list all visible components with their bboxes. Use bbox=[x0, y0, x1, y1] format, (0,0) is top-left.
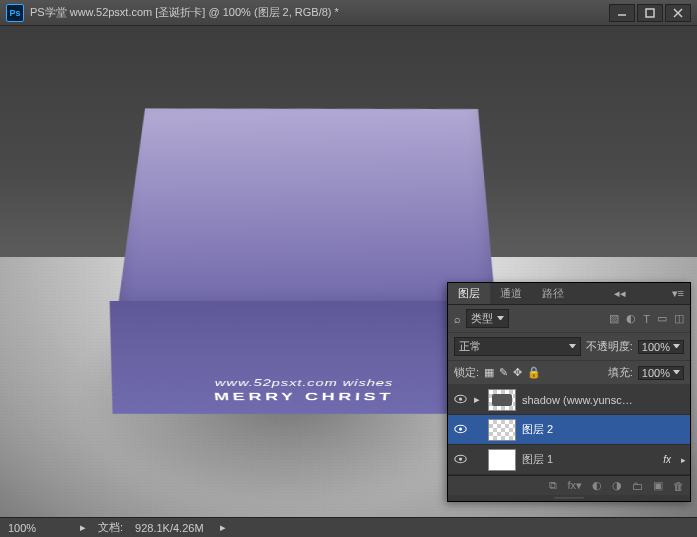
app-window: Ps PS学堂 www.52psxt.com [圣诞折卡] @ 100% (图层… bbox=[0, 0, 697, 537]
blend-mode-label: 正常 bbox=[459, 339, 481, 354]
tab-paths[interactable]: 路径 bbox=[532, 283, 574, 304]
zoom-level[interactable]: 100% bbox=[8, 522, 68, 534]
layer-thumbnail[interactable] bbox=[488, 419, 516, 441]
fill-value: 100% bbox=[642, 367, 670, 379]
lock-label: 锁定: bbox=[454, 365, 479, 380]
lock-move-icon[interactable]: ✥ bbox=[513, 366, 522, 379]
blend-mode-select[interactable]: 正常 bbox=[454, 337, 581, 356]
mask-icon[interactable]: ◐ bbox=[592, 479, 602, 492]
card-line1: www.52psxt.com wishes bbox=[105, 378, 503, 388]
filter-adjust-icon[interactable]: ◐ bbox=[626, 312, 636, 325]
tab-channels[interactable]: 通道 bbox=[490, 283, 532, 304]
layer-row[interactable]: 图层 1 fx ▸ bbox=[448, 445, 690, 475]
link-icon[interactable]: ⧉ bbox=[549, 479, 557, 492]
layer-name[interactable]: 图层 2 bbox=[522, 422, 686, 437]
filter-row: ⌕ 类型 ▧ ◐ T ▭ ◫ bbox=[448, 305, 690, 333]
fill-field[interactable]: 100% bbox=[638, 366, 684, 380]
filter-icons: ▧ ◐ T ▭ ◫ bbox=[609, 312, 684, 325]
visibility-icon[interactable] bbox=[452, 453, 468, 467]
fx-badge[interactable]: fx bbox=[663, 454, 671, 465]
titlebar: Ps PS学堂 www.52psxt.com [圣诞折卡] @ 100% (图层… bbox=[0, 0, 697, 26]
filter-type-select[interactable]: 类型 bbox=[466, 309, 509, 328]
group-icon[interactable]: 🗀 bbox=[632, 480, 643, 492]
layer-list: ▸ shadow (www.yunsc… 图层 2 图层 1 fx ▸ bbox=[448, 385, 690, 475]
layer-row[interactable]: ▸ shadow (www.yunsc… bbox=[448, 385, 690, 415]
minimize-button[interactable] bbox=[609, 4, 635, 22]
lock-trans-icon[interactable]: ▦ bbox=[484, 366, 494, 379]
panel-tabs: 图层 通道 路径 ◂◂ ▾≡ bbox=[448, 283, 690, 305]
close-button[interactable] bbox=[665, 4, 691, 22]
adjustment-icon[interactable]: ◑ bbox=[612, 479, 622, 492]
blend-row: 正常 不透明度: 100% bbox=[448, 333, 690, 361]
visibility-icon[interactable] bbox=[452, 423, 468, 437]
svg-point-5 bbox=[458, 397, 461, 400]
opacity-label: 不透明度: bbox=[586, 339, 633, 354]
svg-point-7 bbox=[458, 427, 461, 430]
lock-paint-icon[interactable]: ✎ bbox=[499, 366, 508, 379]
card-text: www.52psxt.com wishes MERRY CHRIST bbox=[105, 378, 503, 403]
panel-footer: ⧉ fx▾ ◐ ◑ 🗀 ▣ 🗑 bbox=[448, 475, 690, 495]
chevron-icon[interactable]: ▸ bbox=[681, 455, 686, 465]
panel-menu-icon[interactable]: ▾≡ bbox=[666, 287, 690, 300]
opacity-field[interactable]: 100% bbox=[638, 340, 684, 354]
layer-thumbnail[interactable] bbox=[488, 389, 516, 411]
tab-layers[interactable]: 图层 bbox=[448, 283, 490, 304]
filter-type-label: 类型 bbox=[471, 311, 493, 326]
filter-pixel-icon[interactable]: ▧ bbox=[609, 312, 619, 325]
lock-all-icon[interactable]: 🔒 bbox=[527, 366, 541, 379]
doc-menu-icon[interactable]: ▸ bbox=[220, 521, 226, 534]
panel-resize-grip[interactable] bbox=[448, 495, 690, 501]
ps-icon: Ps bbox=[6, 4, 24, 22]
status-bar: 100% ▸ 文档: 928.1K/4.26M ▸ bbox=[0, 517, 697, 537]
visibility-icon[interactable] bbox=[452, 393, 468, 407]
layer-name[interactable]: 图层 1 bbox=[522, 452, 657, 467]
new-layer-icon[interactable]: ▣ bbox=[653, 479, 663, 492]
card-top-panel bbox=[116, 103, 496, 318]
filter-shape-icon[interactable]: ▭ bbox=[657, 312, 667, 325]
filter-smart-icon[interactable]: ◫ bbox=[674, 312, 684, 325]
doc-label: 文档: bbox=[98, 520, 123, 535]
search-icon[interactable]: ⌕ bbox=[454, 313, 461, 325]
card-line2: MERRY CHRIST bbox=[108, 390, 501, 403]
chevron-down-icon bbox=[673, 344, 680, 349]
maximize-button[interactable] bbox=[637, 4, 663, 22]
fx-menu-icon[interactable]: fx▾ bbox=[567, 479, 582, 492]
window-title: PS学堂 www.52psxt.com [圣诞折卡] @ 100% (图层 2,… bbox=[30, 5, 609, 20]
zoom-menu-icon[interactable]: ▸ bbox=[80, 521, 86, 534]
fill-label: 填充: bbox=[608, 365, 633, 380]
chevron-down-icon bbox=[673, 370, 680, 375]
panel-double-arrow-icon[interactable]: ◂◂ bbox=[608, 287, 632, 300]
layer-row[interactable]: 图层 2 bbox=[448, 415, 690, 445]
layer-thumbnail[interactable] bbox=[488, 449, 516, 471]
layer-name[interactable]: shadow (www.yunsc… bbox=[522, 394, 686, 406]
svg-point-9 bbox=[458, 457, 461, 460]
filter-type-icon[interactable]: T bbox=[643, 313, 650, 325]
chevron-down-icon bbox=[497, 316, 504, 321]
chevron-down-icon bbox=[569, 344, 576, 349]
opacity-value: 100% bbox=[642, 341, 670, 353]
svg-rect-1 bbox=[646, 9, 654, 17]
doc-size: 928.1K/4.26M bbox=[135, 522, 204, 534]
layers-panel[interactable]: 图层 通道 路径 ◂◂ ▾≡ ⌕ 类型 ▧ ◐ T ▭ ◫ 正常 bbox=[447, 282, 691, 502]
arrow-icon: ▸ bbox=[474, 393, 482, 406]
lock-row: 锁定: ▦ ✎ ✥ 🔒 填充: 100% bbox=[448, 361, 690, 385]
window-controls bbox=[609, 4, 691, 22]
trash-icon[interactable]: 🗑 bbox=[673, 480, 684, 492]
